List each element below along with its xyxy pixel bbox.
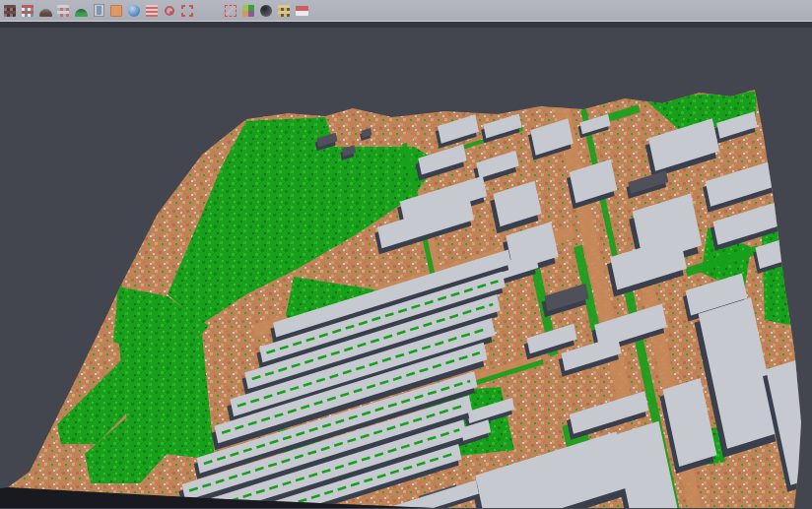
toolbar-group-1 (1, 2, 196, 19)
main-toolbar (0, 0, 812, 22)
toolbar-icon-annotations[interactable] (276, 2, 293, 19)
toolbar-separator (196, 10, 222, 11)
toolbar-icon-height-column[interactable] (91, 2, 107, 19)
toolbar-group-2 (222, 2, 310, 19)
3d-viewport[interactable] (0, 22, 812, 508)
toolbar-icon-classification[interactable] (240, 2, 257, 19)
toolbar-icon-globe[interactable] (126, 2, 143, 19)
toolbar-icon-layers-red[interactable] (144, 2, 161, 19)
toolbar-icon-render-sphere[interactable] (258, 2, 275, 19)
toolbar-icon-clip-box[interactable] (2, 2, 19, 19)
toolbar-icon-target[interactable] (162, 2, 178, 19)
toolbar-icon-terrain-hill[interactable] (73, 2, 90, 19)
toolbar-icon-segment[interactable] (20, 2, 36, 19)
toolbar-icon-point-pick[interactable] (55, 2, 72, 19)
toolbar-icon-clip-strip[interactable] (294, 2, 310, 19)
toolbar-icon-rect-select[interactable] (223, 2, 239, 19)
application-window (0, 0, 812, 509)
toolbar-icon-mountain[interactable] (37, 2, 54, 19)
toolbar-icon-zoom-fit[interactable] (179, 2, 196, 19)
vegetation-patch (116, 316, 215, 460)
toolbar-icon-ortho-square[interactable] (108, 2, 125, 19)
point-cloud-scene (0, 22, 812, 508)
toolbar-shadow-band (0, 22, 812, 28)
